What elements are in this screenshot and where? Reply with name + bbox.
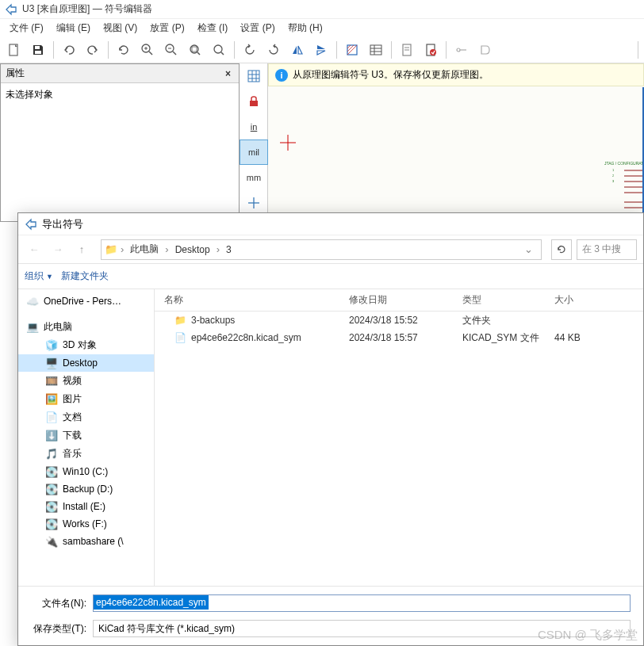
col-type[interactable]: 类型 (462, 293, 554, 307)
video-icon: 🎞️ (45, 375, 58, 388)
window-title: U3 [来自原理图] — 符号编辑器 (22, 2, 152, 16)
tree-item-desktop[interactable]: 🖥️Desktop (18, 354, 154, 372)
lock-icon[interactable] (240, 89, 268, 114)
tree-item-documents[interactable]: 📄文档 (18, 408, 154, 426)
tree-label: sambashare (\ (63, 536, 124, 547)
tree-item-downloads[interactable]: ⬇️下载 (18, 426, 154, 445)
properties-close-button[interactable]: × (222, 68, 234, 79)
dialog-nav: ← → ↑ 📁 › 此电脑 › Desktop › 3 ⌄ 在 3 中搜 (18, 235, 643, 264)
breadcrumb-item-1[interactable]: 3 (223, 243, 235, 257)
svg-rect-2 (35, 51, 41, 54)
tree-item-d[interactable]: 💽Backup (D:) (18, 480, 154, 498)
redo-button[interactable] (82, 39, 104, 61)
new-folder-button[interactable]: 新建文件夹 (61, 269, 109, 283)
info-banner: i 从原理图编辑符号 U3。保存将仅更新原理图。 (268, 63, 644, 86)
svg-line-8 (173, 52, 176, 55)
tree-item-this-pc[interactable]: 💻此电脑 (18, 318, 154, 336)
tree-label: 文档 (63, 411, 82, 424)
pin-button[interactable] (450, 39, 473, 61)
breadcrumb-item-0[interactable]: Desktop (172, 243, 213, 257)
list-item[interactable]: 📁3-backups2024/3/18 15:52文件夹 (155, 312, 643, 329)
tree-label: 此电脑 (44, 320, 72, 334)
zoom-out-button[interactable] (160, 39, 182, 61)
menu-edit[interactable]: 编辑 (E) (52, 20, 95, 36)
col-size[interactable]: 大小 (554, 293, 643, 307)
tree-item-c[interactable]: 💽Win10 (C:) (18, 463, 154, 480)
organize-button[interactable]: 组织 ▼ (25, 269, 53, 283)
refresh-button[interactable] (113, 39, 135, 61)
morgan-button[interactable] (474, 39, 496, 61)
breadcrumb-dropdown-icon[interactable]: ⌄ (519, 243, 538, 255)
col-date[interactable]: 修改日期 (349, 293, 462, 307)
file-list: 名称 修改日期 类型 大小 📁3-backups2024/3/18 15:52文… (155, 289, 643, 586)
folder-icon: 📁 (174, 314, 186, 327)
rotate-ccw-button[interactable] (239, 39, 261, 61)
canvas-left-toolbar: in mil mm (240, 63, 268, 222)
zoom-in-button[interactable] (136, 39, 159, 61)
main-toolbar (0, 36, 644, 63)
filename-input[interactable]: ep4ce6e22c8n.kicad_sym (93, 594, 631, 612)
menu-preferences[interactable]: 设置 (P) (236, 20, 279, 36)
unit-mm-button[interactable]: mm (240, 165, 268, 190)
col-name[interactable]: 名称 (155, 293, 349, 307)
breadcrumb-root[interactable]: 此电脑 (127, 241, 162, 258)
menu-place[interactable]: 放置 (P) (145, 20, 189, 36)
svg-text:2: 2 (612, 174, 615, 178)
list-item[interactable]: 📄ep4ce6e22c8n.kicad_sym2024/3/18 15:57KI… (155, 329, 643, 346)
tree-item-e[interactable]: 💽Install (E:) (18, 498, 154, 515)
nav-refresh-button[interactable] (551, 239, 572, 260)
tree-item-onedrive[interactable]: ☁️OneDrive - Pers… (18, 292, 154, 310)
tree-item-3d[interactable]: 🧊3D 对象 (18, 336, 154, 354)
grid-icon[interactable] (240, 63, 268, 89)
tree-label: Desktop (63, 357, 98, 369)
list-header: 名称 修改日期 类型 大小 (155, 289, 643, 312)
info-icon: i (275, 69, 288, 82)
mirror-h-button[interactable] (286, 39, 309, 61)
nav-back-button[interactable]: ← (25, 240, 44, 259)
breadcrumb[interactable]: 📁 › 此电脑 › Desktop › 3 ⌄ (101, 239, 542, 260)
svg-text:3: 3 (612, 179, 615, 183)
tree-item-pictures[interactable]: 🖼️图片 (18, 390, 154, 408)
download-icon: ⬇️ (45, 430, 58, 442)
menu-inspect[interactable]: 检查 (I) (193, 20, 233, 36)
svg-rect-1 (35, 46, 40, 49)
desktop-icon: 🖥️ (45, 357, 58, 369)
nav-tree: ☁️OneDrive - Pers…💻此电脑🧊3D 对象🖥️Desktop🎞️视… (18, 289, 155, 586)
menu-view[interactable]: 视图 (V) (98, 20, 142, 36)
cloud-icon: ☁️ (26, 295, 39, 308)
undo-button[interactable] (58, 39, 80, 61)
tree-item-f[interactable]: 💽Works (F:) (18, 515, 154, 533)
menu-help[interactable]: 帮助 (H) (283, 20, 328, 36)
tree-item-videos[interactable]: 🎞️视频 (18, 372, 154, 390)
pin-table-button[interactable] (365, 39, 387, 61)
datasheet-button[interactable] (396, 39, 418, 61)
unit-mil-button[interactable]: mil (240, 140, 268, 165)
search-input[interactable]: 在 3 中搜 (577, 239, 637, 260)
tree-item-music[interactable]: 🎵音乐 (18, 445, 154, 463)
picture-icon: 🖼️ (45, 393, 58, 406)
save-button[interactable] (27, 39, 49, 61)
symbol-props-button[interactable] (341, 39, 363, 61)
svg-rect-32 (250, 101, 258, 106)
zoom-selection-button[interactable] (208, 39, 230, 61)
filetype-select[interactable]: KiCad 符号库文件 (*.kicad_sym) (93, 620, 631, 637)
dialog-titlebar: 导出符号 (18, 213, 643, 235)
tree-label: Win10 (C:) (63, 466, 108, 477)
tree-label: Install (E:) (63, 501, 105, 512)
canvas[interactable]: i 从原理图编辑符号 U3。保存将仅更新原理图。 JTAG / CONFIGUR… (268, 63, 644, 222)
menu-file[interactable]: 文件 (F) (5, 20, 48, 36)
tree-label: 视频 (63, 374, 82, 388)
dialog-title: 导出符号 (42, 217, 83, 231)
dialog-footer: 文件名(N): ep4ce6e22c8n.kicad_sym 保存类型(T): … (18, 586, 643, 645)
erc-button[interactable] (420, 39, 442, 61)
mirror-v-button[interactable] (310, 39, 332, 61)
pc-icon: 💻 (26, 321, 39, 334)
svg-point-13 (214, 45, 222, 53)
nav-forward-button[interactable]: → (48, 240, 67, 259)
nav-up-button[interactable]: ↑ (72, 240, 91, 259)
tree-item-smb[interactable]: 🔌sambashare (\ (18, 533, 154, 550)
unit-in-button[interactable]: in (240, 114, 268, 140)
new-button[interactable] (3, 39, 25, 61)
zoom-fit-button[interactable] (184, 39, 206, 61)
rotate-cw-button[interactable] (263, 39, 285, 61)
